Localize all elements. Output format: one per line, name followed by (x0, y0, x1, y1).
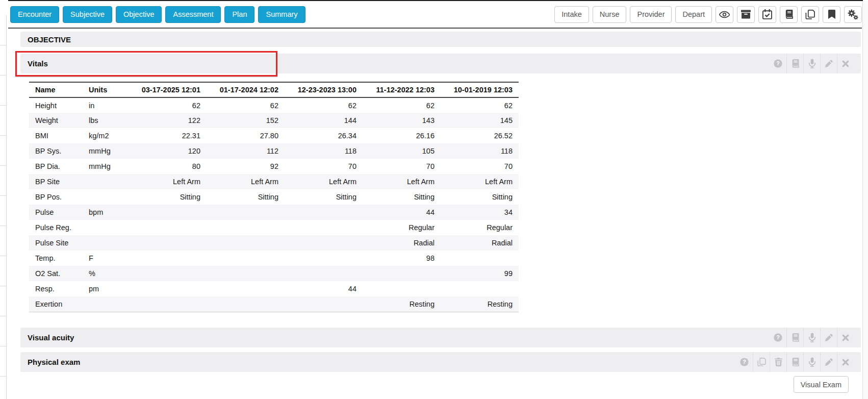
plan-button[interactable]: Plan (224, 6, 254, 23)
vitals-cell-value: Left Arm (129, 174, 207, 189)
vitals-table-row: ExertionRestingResting (29, 296, 519, 312)
vitals-cell-name: BMI (29, 128, 83, 143)
vitals-cell-units: pm (83, 281, 129, 296)
vitals-table-row: Weightlbs122152144143145 (29, 113, 519, 128)
vitals-cell-value: 26.52 (441, 128, 519, 143)
vitals-cell-value (129, 251, 207, 266)
svg-text:?: ? (743, 359, 746, 365)
gears-icon[interactable] (844, 6, 862, 23)
close-icon[interactable] (837, 352, 854, 372)
vitals-table-row: O2 Sat.%99 (29, 266, 519, 281)
vitals-cell-units (83, 296, 129, 312)
book-icon[interactable] (780, 6, 798, 23)
vitals-cell-units: bpm (83, 205, 129, 220)
vitals-cell-value: 44 (285, 281, 363, 296)
help-icon[interactable]: ? (736, 352, 753, 372)
vitals-cell-value: 62 (129, 97, 207, 113)
left-panel-gutter (0, 15, 7, 399)
vitals-cell-value (129, 266, 207, 281)
vitals-cell-value: 118 (441, 143, 519, 159)
book-icon[interactable] (786, 328, 803, 347)
edit-pencil-icon[interactable] (820, 54, 837, 73)
bookmark-icon[interactable] (823, 6, 840, 23)
summary-button[interactable]: Summary (258, 6, 305, 23)
vitals-cell-units (83, 174, 129, 189)
help-icon[interactable]: ? (770, 328, 786, 347)
encounter-form-content: OBJECTIVE Vitals ? Name U (20, 29, 861, 399)
vitals-cell-value (129, 205, 207, 220)
visual-acuity-header-icons: ? (770, 328, 854, 347)
vitals-cell-value: Sitting (363, 189, 441, 205)
vitals-cell-value: 22.31 (129, 128, 207, 143)
objective-button[interactable]: Objective (116, 6, 162, 23)
visual-acuity-title: Visual acuity (28, 333, 74, 342)
vitals-cell-value: 26.16 (363, 128, 441, 143)
vitals-cell-value: 120 (129, 143, 207, 159)
book-icon[interactable] (786, 352, 803, 372)
eye-icon[interactable] (716, 6, 733, 23)
col-date-5: 10-01-2019 12:03 (441, 82, 519, 97)
archive-icon[interactable] (737, 6, 755, 23)
vitals-cell-value (285, 296, 363, 312)
microphone-icon[interactable] (803, 352, 820, 372)
help-icon[interactable]: ? (770, 54, 786, 73)
col-date-4: 11-12-2022 12:03 (363, 82, 441, 97)
edit-pencil-icon[interactable] (820, 328, 837, 347)
visual-acuity-section-header[interactable]: Visual acuity ? (20, 328, 861, 347)
intake-button[interactable]: Intake (554, 6, 589, 23)
depart-button[interactable]: Depart (675, 6, 712, 23)
physical-exam-header-icons: ? (736, 352, 854, 372)
vitals-cell-value: 152 (207, 113, 285, 128)
subjective-button[interactable]: Subjective (63, 6, 112, 23)
vitals-cell-value: 112 (207, 143, 285, 159)
vitals-cell-value: 143 (363, 113, 441, 128)
physical-exam-title: Physical exam (28, 358, 80, 366)
vitals-cell-value: Sitting (285, 189, 363, 205)
physical-exam-section-header[interactable]: Physical exam ? (20, 352, 861, 372)
vitals-cell-value: 26.34 (285, 128, 363, 143)
vitals-section-header[interactable]: Vitals ? (20, 54, 861, 73)
copy-icon[interactable] (801, 6, 819, 23)
vitals-cell-units (83, 189, 129, 205)
vitals-cell-units: lbs (83, 113, 129, 128)
trash-icon[interactable] (770, 352, 786, 372)
vertical-scrollbar[interactable] (862, 1, 868, 399)
vitals-cell-value: Resting (441, 296, 519, 312)
vitals-table-row: BP Sys.mmHg120112118105118 (29, 143, 519, 159)
vitals-cell-units: mmHg (83, 143, 129, 159)
close-icon[interactable] (837, 328, 854, 347)
vitals-cell-value (129, 220, 207, 235)
vitals-cell-units: % (83, 266, 129, 281)
microphone-icon[interactable] (803, 328, 820, 347)
calendar-check-icon[interactable] (758, 6, 776, 23)
vitals-cell-name: Pulse (29, 205, 83, 220)
vitals-cell-value: Sitting (129, 189, 207, 205)
vitals-cell-value: Resting (363, 296, 441, 312)
visual-exam-button[interactable]: Visual Exam (794, 376, 849, 393)
book-icon[interactable] (786, 54, 803, 73)
vitals-cell-value (207, 266, 285, 281)
vitals-cell-name: BP Dia. (29, 159, 83, 174)
edit-pencil-icon[interactable] (820, 352, 837, 372)
vitals-cell-value (129, 281, 207, 296)
vitals-cell-value: 70 (363, 159, 441, 174)
vitals-cell-value: Left Arm (285, 174, 363, 189)
provider-button[interactable]: Provider (630, 6, 672, 23)
vitals-table-row: BP SiteLeft ArmLeft ArmLeft ArmLeft ArmL… (29, 174, 519, 189)
encounter-button[interactable]: Encounter (10, 6, 59, 23)
vitals-cell-value (285, 235, 363, 251)
vitals-table-row: BP Dia.mmHg8092707070 (29, 159, 519, 174)
vitals-cell-value (285, 251, 363, 266)
close-icon[interactable] (837, 54, 854, 73)
vitals-cell-value (285, 266, 363, 281)
col-date-1: 03-17-2025 12:01 (129, 82, 207, 97)
microphone-icon[interactable] (803, 54, 820, 73)
nurse-button[interactable]: Nurse (593, 6, 627, 23)
col-units: Units (83, 82, 129, 97)
vitals-cell-name: BP Sys. (29, 143, 83, 159)
col-date-2: 01-17-2024 12:02 (207, 82, 285, 97)
vitals-table-row: Pulsebpm4434 (29, 205, 519, 220)
copy-icon[interactable] (753, 352, 770, 372)
vitals-cell-value (285, 205, 363, 220)
assessment-button[interactable]: Assessment (165, 6, 221, 23)
